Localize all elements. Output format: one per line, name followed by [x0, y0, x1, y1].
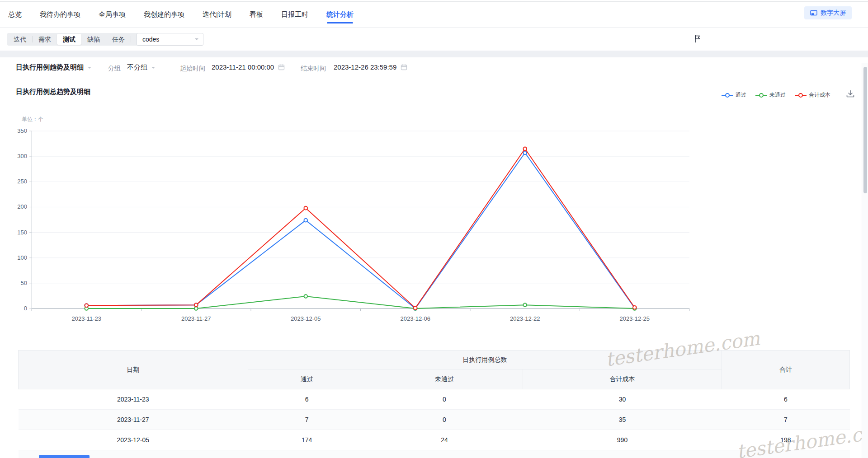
chart-legend: 通过 未通过 合计成本: [722, 91, 830, 99]
table-row: 2023-12-05 174 24 990 198: [19, 430, 850, 450]
download-icon[interactable]: [845, 89, 855, 99]
cell-date: 2023-11-23: [19, 389, 248, 410]
series-point: [304, 206, 307, 210]
series-line-合计成本: [86, 149, 635, 308]
cell-cost: 30: [523, 389, 722, 410]
header-date: 日期: [19, 351, 248, 389]
end-time-picker[interactable]: 2023-12-26 23:59:59: [334, 63, 407, 71]
cell-fail: 24: [366, 430, 523, 450]
y-axis-label: 100: [17, 254, 27, 261]
daily-case-table: 日期 日执行用例总数 合计 通过 未通过 合计成本 2023-11-23 6 0…: [18, 350, 850, 458]
x-axis-label: 2023-11-27: [181, 315, 211, 322]
x-axis-label: 2023-11-23: [71, 315, 101, 322]
x-axis-label: 2023-12-06: [401, 315, 431, 322]
x-axis-label: 2023-12-05: [291, 315, 321, 322]
series-point: [523, 303, 527, 307]
cell-date: 2023-11-27: [19, 410, 248, 430]
start-time-label: 起始时间: [180, 65, 205, 73]
tab-test[interactable]: 测试: [57, 34, 81, 45]
nav-item-overview[interactable]: 总览: [8, 10, 22, 19]
tab-iteration[interactable]: 迭代: [8, 34, 32, 45]
series-line-通过: [86, 153, 635, 308]
x-axis-label: 2023-12-22: [510, 315, 540, 322]
series-point: [304, 294, 307, 298]
cell-fail: 0: [366, 389, 523, 410]
tab-task[interactable]: 任务: [106, 34, 131, 45]
series-point: [633, 306, 637, 309]
table-row-partial: [19, 450, 850, 458]
tab-requirement[interactable]: 需求: [33, 34, 57, 45]
cell-pass: 174: [248, 430, 366, 450]
chevron-down-icon: [195, 38, 198, 42]
y-axis-label: 0: [24, 305, 27, 312]
app-window: 总览 我待办的事项 全局事项 我创建的事项 迭代|计划 看板 日报工时 统计分析…: [0, 0, 868, 458]
vertical-scrollbar[interactable]: [862, 63, 868, 458]
table-header: 日期 日执行用例总数 合计 通过 未通过 合计成本: [19, 351, 850, 389]
nav-item-created-by-me[interactable]: 我创建的事项: [144, 10, 184, 19]
calendar-icon: [401, 64, 407, 70]
header-fail: 未通过: [366, 369, 523, 389]
legend-item-fail[interactable]: 未通过: [755, 91, 786, 99]
series-point: [523, 147, 527, 151]
toolbar: 迭代 需求 测试 缺陷 任务 接口 codes: [0, 28, 868, 51]
top-navigation: 总览 我待办的事项 全局事项 我创建的事项 迭代|计划 看板 日报工时 统计分析: [0, 2, 868, 28]
nav-item-my-todos[interactable]: 我待办的事项: [40, 10, 80, 19]
report-type-value: 日执行用例趋势及明细: [16, 63, 84, 72]
cell-pass: 6: [248, 389, 366, 410]
y-axis-label: 50: [21, 280, 27, 286]
cell-total: 198: [722, 430, 849, 450]
report-type-select[interactable]: 日执行用例趋势及明细: [16, 63, 91, 72]
series-point: [304, 219, 307, 222]
trend-line-chart: 0501001502002503003502023-11-232023-11-2…: [14, 113, 696, 329]
y-axis-label: 350: [17, 127, 27, 134]
partial-element-bottom: [39, 455, 90, 458]
series-point: [194, 303, 198, 307]
digital-bigscreen-button[interactable]: 数字大屏: [804, 6, 852, 19]
header-group-total: 日执行用例总数: [248, 351, 722, 369]
end-time-value: 2023-12-26 23:59:59: [334, 63, 396, 71]
filter-bar: 日执行用例趋势及明细 分组 不分组 起始时间 2023-11-21 00:00:…: [0, 57, 868, 79]
legend-label: 通过: [736, 91, 746, 99]
series-point: [85, 304, 88, 307]
table-row: 2023-11-27 7 0 35 7: [19, 410, 850, 430]
cell-pass: 7: [248, 410, 366, 430]
nav-item-statistics[interactable]: 统计分析: [326, 10, 354, 19]
digital-bigscreen-label: 数字大屏: [821, 9, 846, 17]
start-time-value: 2023-11-21 00:00:00: [212, 63, 274, 71]
cell-total: 7: [722, 410, 849, 430]
y-axis-label: 300: [17, 153, 27, 159]
group-label: 分组: [108, 65, 121, 73]
screen-cast-icon: [810, 10, 817, 16]
table-row: 2023-11-23 6 0 30 6: [19, 389, 850, 410]
x-axis-label: 2023-12-25: [620, 315, 650, 322]
chevron-down-icon: [151, 67, 155, 70]
legend-marker: [755, 93, 767, 98]
tab-defect[interactable]: 缺陷: [81, 34, 106, 45]
series-point: [414, 306, 417, 310]
module-tabs: 迭代 需求 测试 缺陷 任务 接口: [7, 33, 156, 46]
group-select[interactable]: 不分组: [127, 63, 155, 72]
nav-item-global-items[interactable]: 全局事项: [99, 10, 126, 19]
legend-item-pass[interactable]: 通过: [722, 91, 746, 99]
legend-label: 合计成本: [809, 91, 830, 99]
nav-item-daily-hours[interactable]: 日报工时: [281, 10, 308, 19]
group-select-value: 不分组: [127, 63, 147, 72]
nav-item-iteration-plan[interactable]: 迭代|计划: [203, 10, 231, 19]
series-line-未通过: [86, 296, 635, 308]
legend-label: 未通过: [769, 91, 786, 99]
project-select[interactable]: codes: [137, 33, 203, 46]
start-time-picker[interactable]: 2023-11-21 00:00:00: [212, 63, 285, 71]
y-axis-label: 150: [17, 229, 27, 236]
legend-item-cost[interactable]: 合计成本: [795, 91, 830, 99]
nav-item-kanban[interactable]: 看板: [250, 10, 263, 19]
end-time-label: 结束时间: [301, 65, 326, 73]
header-cost: 合计成本: [523, 369, 722, 389]
calendar-icon: [278, 64, 285, 70]
page-background-gap: [0, 51, 868, 57]
scrollbar-thumb[interactable]: [863, 67, 867, 193]
header-pass: 通过: [248, 369, 366, 389]
cell-cost: 990: [523, 430, 722, 450]
legend-marker: [722, 93, 733, 98]
cell-date: 2023-12-05: [19, 430, 248, 450]
flag-icon[interactable]: [692, 34, 703, 45]
